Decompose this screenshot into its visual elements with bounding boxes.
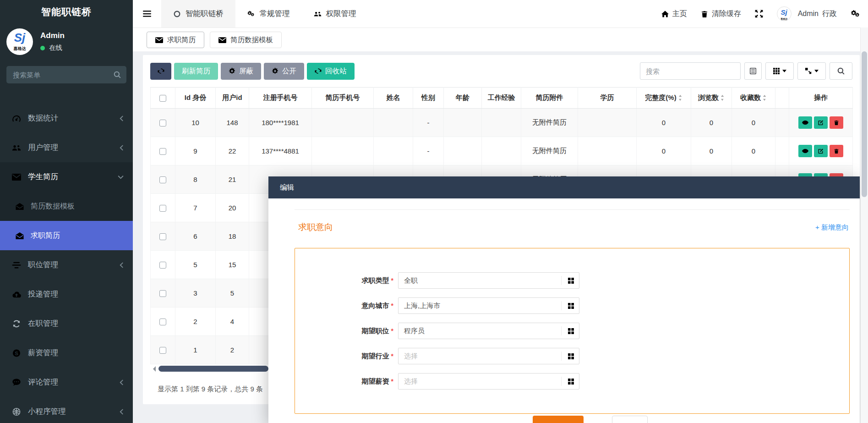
tab-resume-template[interactable]: 简历数据模板	[210, 32, 282, 48]
sidebar-search-input[interactable]	[6, 66, 126, 83]
select-field-3[interactable]: 选择	[398, 348, 579, 364]
select-field-1[interactable]: 上海,上海市	[398, 297, 579, 314]
tab-general[interactable]: 常规管理	[235, 0, 302, 27]
cell-id: 3	[175, 279, 216, 308]
refresh-button[interactable]	[150, 63, 171, 80]
row-checkbox[interactable]	[159, 290, 166, 297]
sort-icon[interactable]	[763, 95, 767, 101]
cell-actions	[789, 109, 853, 137]
envelope-icon	[12, 173, 21, 181]
recycle-bin-button[interactable]: 回收站	[307, 63, 355, 80]
table-search-input[interactable]	[640, 62, 741, 80]
delete-button[interactable]	[830, 145, 843, 157]
modal-submit-button[interactable]	[533, 416, 584, 423]
chevron-left-icon	[120, 379, 124, 385]
view-button[interactable]	[798, 116, 812, 129]
caret-down-icon	[814, 70, 819, 72]
grid-picker-icon	[568, 303, 574, 309]
search-button[interactable]	[830, 62, 852, 80]
grid-picker-icon	[568, 353, 574, 359]
fullscreen-button[interactable]	[755, 10, 763, 18]
select-field-2[interactable]: 程序员	[398, 323, 579, 339]
row-checkbox[interactable]	[159, 347, 166, 354]
cell-completeness: 0	[637, 109, 691, 137]
column-header-favorites[interactable]: 收藏数	[732, 88, 775, 109]
comment-icon	[12, 379, 21, 386]
form-row: 意向城市*上海,上海市	[295, 297, 849, 314]
add-intent-link[interactable]: + 新增意向	[815, 223, 849, 232]
grid-picker-icon	[568, 328, 574, 334]
sidebar-item-miniapp-management[interactable]: 小程序管理	[0, 397, 133, 423]
cell-views: 0	[691, 109, 732, 137]
trash-icon	[833, 148, 840, 154]
cell-uid: 18	[216, 222, 249, 251]
salary-icon: S	[12, 349, 21, 357]
sidebar-item-salary-management[interactable]: S薪资管理	[0, 338, 133, 368]
modal-divider	[295, 209, 850, 210]
view-button[interactable]	[798, 145, 812, 157]
row-checkbox[interactable]	[159, 319, 166, 325]
users-icon	[314, 11, 322, 17]
gear-icon	[229, 68, 235, 74]
recycle-icon	[315, 68, 322, 74]
clear-cache-link[interactable]: 清除缓存	[701, 9, 741, 19]
sort-icon[interactable]	[721, 95, 725, 101]
sidebar-item-student-resume[interactable]: 学生简历	[0, 162, 133, 192]
cell-attachment: 无附件简历	[521, 109, 578, 137]
tab-permission[interactable]: 权限管理	[302, 0, 368, 27]
tab-app[interactable]: 智能职链桥	[161, 0, 235, 27]
column-header-uid: 用户id	[216, 88, 249, 109]
select-all-checkbox[interactable]	[159, 95, 166, 102]
sidebar-item-position-management[interactable]: 职位管理	[0, 250, 133, 280]
scroll-left-icon[interactable]	[150, 366, 156, 372]
column-header-views[interactable]: 浏览数	[691, 88, 732, 109]
publish-button[interactable]: 公开	[264, 63, 304, 80]
columns-button[interactable]	[765, 62, 794, 80]
edit-button[interactable]	[814, 145, 828, 157]
refresh-resume-button[interactable]: 刷新简历	[174, 63, 218, 80]
detail-view-button[interactable]	[744, 62, 762, 80]
sidebar-item-job-resume[interactable]: 求职简历	[0, 221, 133, 250]
sidebar-item-user-management[interactable]: 用户管理	[0, 133, 133, 162]
online-dot-icon	[40, 46, 45, 50]
chevron-left-icon	[120, 409, 124, 415]
sidebar-item-comment-management[interactable]: 评论管理	[0, 368, 133, 397]
sort-icon[interactable]	[678, 95, 682, 101]
export-button[interactable]	[797, 62, 826, 80]
column-header-actions: 操作	[789, 88, 853, 109]
sidebar-item-data-statistics[interactable]: 数据统计	[0, 104, 133, 133]
row-checkbox[interactable]	[159, 233, 166, 240]
user-menu[interactable]: Sj 嘉格达 Admin 行政	[777, 6, 837, 21]
sidebar-item-employment-management[interactable]: 在职管理	[0, 309, 133, 338]
home-link[interactable]: 主页	[661, 9, 687, 19]
sidebar-item-resume-template[interactable]: 简历数据模板	[0, 192, 133, 221]
block-button[interactable]: 屏蔽	[221, 63, 261, 80]
row-checkbox[interactable]	[159, 176, 166, 183]
row-checkbox[interactable]	[159, 120, 166, 126]
cell-uid: 20	[216, 194, 249, 222]
user-name: Admin	[40, 31, 65, 40]
select-field-0[interactable]: 全职	[398, 272, 579, 289]
vertical-scrollbar-thumb[interactable]	[862, 51, 867, 197]
avatar[interactable]: Sj 嘉格达	[6, 28, 33, 55]
edit-button[interactable]	[814, 116, 828, 129]
tab-job-resume[interactable]: 求职简历	[147, 32, 204, 48]
modal-close-button[interactable]	[612, 416, 648, 423]
form-row: 期望职位*程序员	[295, 323, 849, 339]
cell-attachment: 无附件简历	[521, 137, 578, 165]
sidebar-item-delivery-management[interactable]: 投递管理	[0, 280, 133, 309]
row-checkbox[interactable]	[159, 262, 166, 269]
row-checkbox[interactable]	[159, 148, 166, 155]
delete-button[interactable]	[830, 116, 843, 129]
cell-id: 1	[175, 336, 216, 364]
sidebar-toggle-button[interactable]	[133, 0, 161, 27]
field-label: 期望行业*	[295, 348, 393, 364]
column-header-completeness[interactable]: 完整度(%)	[637, 88, 691, 109]
row-checkbox[interactable]	[159, 205, 166, 212]
select-field-4[interactable]: 选择	[398, 373, 579, 390]
horizontal-scrollbar-thumb[interactable]	[158, 366, 268, 372]
settings-button[interactable]	[851, 10, 861, 18]
cell-age	[444, 109, 482, 137]
cell-age	[444, 137, 482, 165]
column-header-id: Id 身份	[175, 88, 216, 109]
